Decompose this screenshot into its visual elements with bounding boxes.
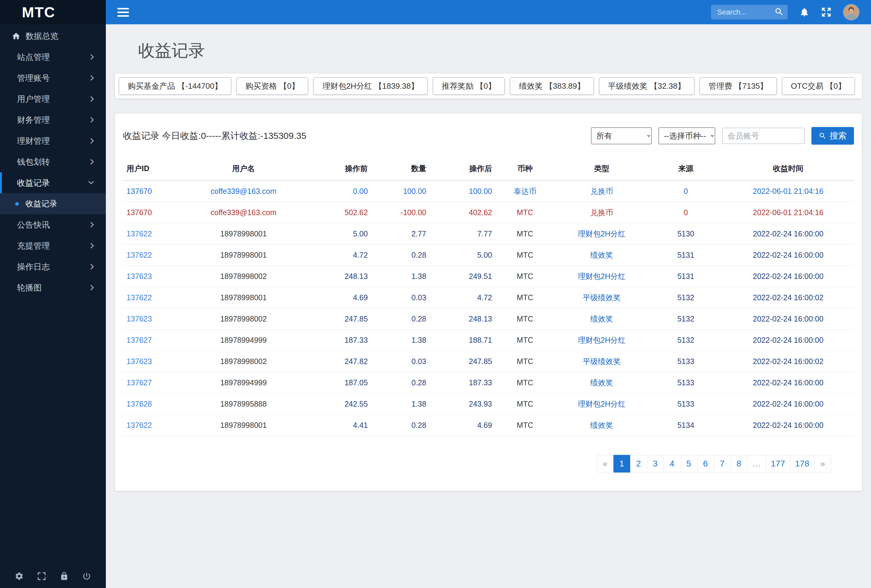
- table-row: 13762318978998002247.850.28248.13MTC绩效奖5…: [123, 309, 854, 330]
- table-cell: 4.72: [306, 245, 371, 266]
- stat-performance-reward[interactable]: 绩效奖 【383.89】: [510, 77, 594, 95]
- pagination-page-1[interactable]: 1: [614, 455, 630, 473]
- cell-user-id-link[interactable]: 137627: [123, 330, 181, 351]
- search-button[interactable]: 搜索: [811, 127, 854, 145]
- user-avatar[interactable]: [843, 4, 859, 20]
- lock-icon[interactable]: [60, 572, 69, 581]
- table-cell: 18978998002: [181, 351, 306, 372]
- stats-card: 购买基金产品 【-144700】 购买资格 【0】 理财包2H分红 【1839.…: [115, 73, 862, 98]
- fullscreen-icon[interactable]: [37, 572, 46, 581]
- table-header-row: 用户ID 用户名 操作前 数量 操作后 币种 类型 来源 收益时间: [123, 157, 854, 181]
- table-row: 137622189789980014.410.284.69MTC绩效奖51342…: [123, 415, 854, 436]
- pagination-page-5[interactable]: 5: [680, 455, 697, 473]
- stat-wealth-2h-dividend[interactable]: 理财包2H分红 【1839.38】: [313, 77, 428, 95]
- sidebar-item-wealth-mgmt[interactable]: 理财管理: [0, 130, 106, 151]
- hamburger-menu-icon[interactable]: [117, 8, 129, 17]
- pagination-page-2[interactable]: 2: [630, 455, 647, 473]
- cell-user-id-link[interactable]: 137622: [123, 223, 181, 245]
- sidebar-item-dashboard[interactable]: 数据总览: [0, 25, 106, 46]
- sidebar-item-deposit-withdraw[interactable]: 充提管理: [0, 235, 106, 256]
- coin-filter-select[interactable]: --选择币种--: [658, 127, 715, 144]
- table-row: 137622189789980014.690.034.72MTC平级绩效奖513…: [123, 287, 854, 309]
- pagination-page-6[interactable]: 6: [697, 455, 714, 473]
- pagination-page-177[interactable]: 177: [766, 455, 790, 473]
- search-icon[interactable]: [774, 7, 784, 17]
- table-cell: 绩效奖: [554, 415, 649, 436]
- bell-icon[interactable]: [799, 7, 810, 17]
- sidebar-item-operation-logs[interactable]: 操作日志: [0, 256, 106, 277]
- table-cell: 理财包2H分红: [554, 394, 649, 415]
- table-cell: 243.93: [430, 394, 496, 415]
- table-row: 137670coffe339@163.com502.62-100.00402.6…: [123, 202, 854, 223]
- topbar: [106, 0, 871, 24]
- table-cell: 理财包2H分红: [554, 330, 649, 351]
- stat-otc-trade[interactable]: OTC交易 【0】: [782, 77, 855, 95]
- table-cell: 0.28: [371, 309, 430, 330]
- sidebar-item-user-mgmt[interactable]: 用户管理: [0, 88, 106, 109]
- chevron-right-icon: [88, 285, 94, 290]
- member-account-input[interactable]: [722, 128, 805, 144]
- table-cell: 248.13: [430, 309, 496, 330]
- cell-user-id-link[interactable]: 137627: [123, 372, 181, 394]
- table-row: 13762818978995888242.551.38243.93MTC理财包2…: [123, 394, 854, 415]
- col-header: 收益时间: [722, 157, 854, 181]
- sidebar-item-earnings-records[interactable]: 收益记录: [0, 172, 106, 193]
- stat-fund-purchase[interactable]: 购买基金产品 【-144700】: [118, 77, 232, 95]
- sidebar-item-label: 公告快讯: [17, 219, 50, 230]
- table-cell: MTC: [496, 223, 554, 245]
- sidebar-item-wallet-transfer[interactable]: 钱包划转: [0, 151, 106, 172]
- table-cell: 2022-02-24 16:00:02: [722, 351, 854, 372]
- sidebar-item-label: 轮播图: [17, 282, 42, 293]
- sidebar-item-carousel[interactable]: 轮播图: [0, 277, 106, 298]
- table-row: 13762318978998002247.820.03247.85MTC平级绩效…: [123, 351, 854, 372]
- sidebar-item-finance-mgmt[interactable]: 财务管理: [0, 109, 106, 130]
- pagination-page-3[interactable]: 3: [647, 455, 664, 473]
- pagination-page-4[interactable]: 4: [664, 455, 681, 473]
- table-cell: 平级绩效奖: [554, 287, 649, 309]
- stat-peer-performance-reward[interactable]: 平级绩效奖 【32.38】: [599, 77, 694, 95]
- stat-management-fee[interactable]: 管理费 【7135】: [699, 77, 777, 95]
- cell-user-id-link[interactable]: 137622: [123, 287, 181, 309]
- table-cell: MTC: [496, 394, 554, 415]
- pagination-prev[interactable]: «: [597, 455, 614, 473]
- earnings-summary: 收益记录 今日收益:0-----累计收益:-135309.35: [123, 130, 306, 142]
- cell-user-id-link[interactable]: 137622: [123, 245, 181, 266]
- cell-user-id-link[interactable]: 137623: [123, 266, 181, 287]
- table-cell: coffe339@163.com: [181, 202, 306, 223]
- pagination-next[interactable]: »: [814, 455, 831, 473]
- table-toolbar: 收益记录 今日收益:0-----累计收益:-135309.35 所有 --选择币…: [123, 127, 854, 145]
- pagination: «12345678…177178»: [123, 455, 831, 473]
- pagination-page-178[interactable]: 178: [790, 455, 814, 473]
- sidebar-subitem-earnings-records[interactable]: 收益记录: [0, 193, 106, 214]
- cell-user-id-link[interactable]: 137623: [123, 351, 181, 372]
- table-cell: 1.38: [371, 394, 430, 415]
- table-cell: 2022-02-24 16:00:00: [722, 394, 854, 415]
- gear-icon[interactable]: [15, 572, 24, 581]
- sidebar-item-announcements[interactable]: 公告快讯: [0, 214, 106, 235]
- pagination-page-7[interactable]: 7: [714, 455, 731, 473]
- sidebar-item-label: 理财管理: [17, 136, 50, 146]
- cell-user-id-link[interactable]: 137670: [123, 181, 181, 202]
- table-cell: 0.03: [371, 351, 430, 372]
- table-cell: 248.13: [306, 266, 371, 287]
- table-cell: 18978998002: [181, 309, 306, 330]
- fullscreen-icon[interactable]: [821, 7, 832, 17]
- main-area: 收益记录 购买基金产品 【-144700】 购买资格 【0】 理财包2H分红 【…: [106, 0, 871, 588]
- power-icon[interactable]: [82, 572, 91, 581]
- stat-qualification[interactable]: 购买资格 【0】: [236, 77, 309, 95]
- cell-user-id-link[interactable]: 137628: [123, 394, 181, 415]
- table-cell: 2022-02-24 16:00:00: [722, 330, 854, 351]
- cell-user-id-link[interactable]: 137670: [123, 202, 181, 223]
- chevron-right-icon: [88, 138, 94, 143]
- table-cell: 5134: [649, 415, 722, 436]
- table-row: 13762718978994999187.050.28187.33MTC绩效奖5…: [123, 372, 854, 394]
- sidebar-item-admin-accounts[interactable]: 管理账号: [0, 67, 106, 88]
- pagination-page-8[interactable]: 8: [730, 455, 748, 473]
- sidebar-item-site-mgmt[interactable]: 站点管理: [0, 46, 106, 67]
- stat-referral-reward[interactable]: 推荐奖励 【0】: [433, 77, 505, 95]
- cell-user-id-link[interactable]: 137622: [123, 415, 181, 436]
- type-filter-select[interactable]: 所有: [591, 127, 652, 144]
- chevron-right-icon: [88, 75, 94, 81]
- cell-user-id-link[interactable]: 137623: [123, 309, 181, 330]
- sidebar-item-label: 钱包划转: [17, 157, 50, 167]
